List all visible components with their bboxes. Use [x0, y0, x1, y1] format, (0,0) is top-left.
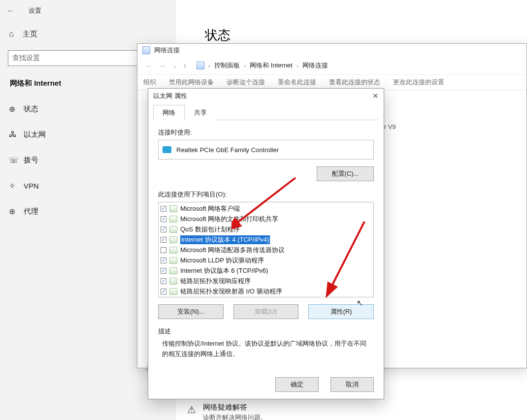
- cmd-status[interactable]: 查看此连接的状态: [329, 78, 380, 87]
- checkbox-icon[interactable]: ✓: [161, 237, 166, 243]
- protocol-icon: [169, 247, 177, 254]
- nav-label: 拨号: [24, 156, 38, 165]
- description-label: 描述: [158, 327, 374, 336]
- list-item[interactable]: ✓链路层拓扑发现映射器 I/O 驱动程序: [159, 286, 373, 296]
- checkbox-icon[interactable]: ✓: [161, 268, 166, 274]
- items-listbox[interactable]: ✓Microsoft 网络客户端✓Microsoft 网络的文件和打印机共享✓Q…: [158, 202, 374, 297]
- breadcrumb-icon: [197, 62, 204, 69]
- properties-button[interactable]: 属性(R): [308, 304, 374, 319]
- protocol-icon: [169, 226, 177, 233]
- nav-recent-icon[interactable]: ⌄: [172, 61, 178, 70]
- troubleshoot-title: 网络疑难解答: [203, 403, 267, 412]
- list-item[interactable]: ✓Internet 协议版本 6 (TCP/IPv6): [159, 265, 373, 276]
- items-label: 此连接使用下列项目(O):: [158, 190, 374, 199]
- nav-fwd-icon[interactable]: →: [159, 62, 166, 70]
- protocol-icon: [169, 278, 177, 285]
- nav-label: 代理: [24, 207, 38, 216]
- description-text: 传输控制协议/Internet 协议。该协议是默认的广域网络协议，用于在不同的相…: [158, 337, 374, 364]
- explorer-title: 网络连接: [154, 46, 180, 55]
- proxy-icon: ⊕: [9, 207, 24, 216]
- nav-up-icon[interactable]: ↑: [183, 62, 187, 69]
- checkbox-icon[interactable]: ✓: [161, 258, 166, 263]
- list-item-label: 链路层拓扑发现响应程序: [180, 277, 251, 286]
- protocol-icon: [169, 257, 177, 264]
- dialog-title: 以太网 属性: [153, 92, 187, 100]
- dialog-tabs: 网络 共享: [153, 104, 379, 120]
- partial-text-v9: r V9: [384, 123, 396, 130]
- checkbox-icon[interactable]: ✓: [161, 216, 166, 222]
- globe-icon: ⊕: [9, 104, 24, 114]
- nav-label: 以太网: [24, 130, 46, 139]
- list-item-label: Microsoft LLDP 协议驱动程序: [180, 256, 264, 265]
- adapter-name: Realtek PCIe GbE Family Controller: [176, 146, 279, 154]
- list-item-label: Microsoft 网络适配器多路传送器协议: [180, 246, 285, 255]
- protocol-icon: [169, 236, 177, 243]
- list-item[interactable]: ✓Microsoft 网络适配器多路传送器协议: [159, 245, 373, 255]
- troubleshoot-section[interactable]: ⚠ 网络疑难解答 诊断并解决网络问题。: [187, 403, 267, 420]
- checkbox-icon[interactable]: ✓: [161, 226, 166, 232]
- checkbox-icon[interactable]: ✓: [161, 206, 166, 212]
- list-item-label: Internet 协议版本 4 (TCP/IPv4): [180, 235, 270, 244]
- cancel-button[interactable]: 取消: [330, 377, 374, 392]
- configure-button[interactable]: 配置(C)...: [317, 166, 374, 181]
- cmd-organize[interactable]: 组织: [143, 78, 156, 87]
- list-item[interactable]: ✓QoS 数据包计划程序: [159, 224, 373, 234]
- cmd-disable[interactable]: 禁用此网络设备: [169, 78, 214, 87]
- list-item-label: 链路层拓扑发现映射器 I/O 驱动程序: [180, 287, 282, 296]
- adapter-icon: [163, 146, 171, 153]
- tab-network[interactable]: 网络: [153, 105, 185, 120]
- list-item-label: Microsoft 网络客户端: [180, 204, 240, 213]
- dialup-icon: ☏: [9, 156, 24, 165]
- search-placeholder: 查找设置: [12, 54, 40, 63]
- warning-icon: ⚠: [187, 404, 196, 416]
- nav-label: 状态: [24, 104, 38, 114]
- cmd-rename[interactable]: 重命名此连接: [278, 78, 316, 87]
- list-item[interactable]: ✓Microsoft 网络的文件和打印机共享: [159, 214, 373, 224]
- list-item-label: Microsoft 网络的文件和打印机共享: [180, 215, 278, 224]
- home-icon: ⌂: [9, 29, 14, 39]
- list-item-label: QoS 数据包计划程序: [180, 225, 240, 234]
- install-button[interactable]: 安装(N)...: [158, 304, 224, 319]
- settings-title: 设置: [29, 6, 41, 15]
- ethernet-properties-dialog: 以太网 属性 ✕ 网络 共享 连接时使用: Realtek PCIe GbE F…: [148, 88, 384, 399]
- dialog-titlebar: 以太网 属性 ✕: [148, 89, 384, 103]
- list-item[interactable]: ✓Microsoft LLDP 协议驱动程序: [159, 255, 373, 265]
- list-item[interactable]: ✓Internet 协议版本 4 (TCP/IPv4): [159, 234, 373, 245]
- explorer-icon: [142, 46, 150, 54]
- troubleshoot-sub: 诊断并解决网络问题。: [203, 413, 267, 420]
- protocol-icon: [169, 205, 177, 212]
- connect-using-label: 连接时使用:: [158, 128, 374, 137]
- ethernet-icon: 🖧: [9, 130, 24, 139]
- nav-back-icon[interactable]: ←: [145, 62, 153, 70]
- crumb-1[interactable]: 网络和 Internet: [250, 61, 293, 70]
- back-icon[interactable]: ←: [7, 6, 15, 15]
- crumb-2[interactable]: 网络连接: [302, 61, 328, 70]
- page-title: 状态: [205, 27, 231, 44]
- tab-sharing[interactable]: 共享: [185, 105, 216, 120]
- cmd-change[interactable]: 更改此连接的设置: [393, 78, 444, 87]
- home-label: 主页: [23, 30, 37, 39]
- settings-header: ← 设置: [0, 0, 176, 22]
- list-item[interactable]: ✓Microsoft 网络客户端: [159, 203, 373, 214]
- protocol-icon: [169, 216, 177, 223]
- protocol-icon: [169, 288, 177, 295]
- adapter-box: Realtek PCIe GbE Family Controller: [158, 140, 374, 160]
- checkbox-icon[interactable]: ✓: [161, 289, 166, 294]
- explorer-titlebar: 网络连接: [137, 44, 527, 57]
- ok-button[interactable]: 确定: [275, 377, 319, 392]
- vpn-icon: ✧: [9, 181, 24, 191]
- home-row[interactable]: ⌂ 主页: [0, 22, 176, 46]
- checkbox-icon[interactable]: ✓: [161, 247, 166, 253]
- list-item-label: Internet 协议版本 6 (TCP/IPv6): [180, 266, 268, 275]
- close-icon[interactable]: ✕: [372, 92, 379, 100]
- nav-label: VPN: [24, 182, 39, 190]
- checkbox-icon[interactable]: ✓: [161, 278, 166, 284]
- list-item[interactable]: ✓链路层拓扑发现响应程序: [159, 276, 373, 286]
- uninstall-button[interactable]: 卸载(U): [233, 304, 299, 319]
- crumb-0[interactable]: 控制面板: [214, 61, 240, 70]
- explorer-nav: ← → ⌄ ↑ › 控制面板 › 网络和 Internet › 网络连接: [137, 57, 527, 74]
- cmd-diagnose[interactable]: 诊断这个连接: [227, 78, 265, 87]
- protocol-icon: [169, 267, 177, 274]
